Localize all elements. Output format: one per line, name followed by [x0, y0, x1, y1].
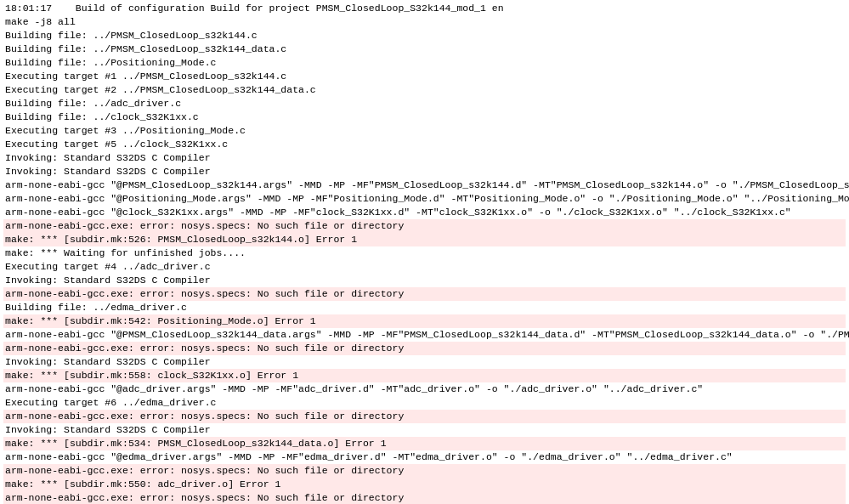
console-line: arm-none-eabi-gcc "@edma_driver.args" -M…: [3, 450, 846, 464]
console-line: Building file: ../clock_S32K1xx.c: [3, 110, 846, 124]
console-line: Invoking: Standard S32DS C Compiler: [3, 423, 846, 437]
console-line: make: *** Waiting for unfinished jobs...…: [3, 246, 846, 260]
console-line: Executing target #3 ../Positioning_Mode.…: [3, 124, 846, 138]
console-line: make: *** [subdir.mk:534: PMSM_ClosedLoo…: [3, 437, 846, 450]
console-line: arm-none-eabi-gcc "@clock_S32K1xx.args" …: [3, 206, 846, 219]
console-line: make: *** [subdir.mk:550: adc_driver.o] …: [3, 478, 846, 491]
console-line: arm-none-eabi-gcc.exe: error: nosys.spec…: [3, 219, 846, 233]
console-line: make: *** [subdir.mk:542: Positioning_Mo…: [3, 314, 846, 328]
console-line: Executing target #4 ../adc_driver.c: [3, 260, 846, 274]
console-line: make: *** [subdir.mk:558: clock_S32K1xx.…: [3, 369, 846, 382]
console-line: Building file: ../edma_driver.c: [3, 301, 846, 314]
console-line: arm-none-eabi-gcc.exe: error: nosys.spec…: [3, 342, 846, 355]
console-line: arm-none-eabi-gcc "@PMSM_ClosedLoop_s32k…: [3, 328, 846, 342]
console-line: Invoking: Standard S32DS C Compiler: [3, 151, 846, 165]
console-line: Executing target #5 ../clock_S32K1xx.c: [3, 138, 846, 151]
console-line: arm-none-eabi-gcc.exe: error: nosys.spec…: [3, 491, 846, 504]
console-line: make -j8 all: [3, 15, 846, 29]
console-line: Executing target #1 ../PMSM_ClosedLoop_s…: [3, 70, 846, 83]
console-line: arm-none-eabi-gcc "@PMSM_ClosedLoop_s32k…: [3, 178, 846, 192]
console-line: arm-none-eabi-gcc "@adc_driver.args" -MM…: [3, 382, 846, 396]
console-line: arm-none-eabi-gcc.exe: error: nosys.spec…: [3, 464, 846, 478]
console-line: arm-none-eabi-gcc "@Positioning_Mode.arg…: [3, 192, 846, 206]
console-line: 18:01:17 Build of configuration Build fo…: [3, 2, 846, 15]
console-line: Building file: ../PMSM_ClosedLoop_s32k14…: [3, 29, 846, 42]
console-line: Building file: ../adc_driver.c: [3, 97, 846, 110]
console-line: Building file: ../Positioning_Mode.c: [3, 56, 846, 70]
console-line: Building file: ../PMSM_ClosedLoop_s32k14…: [3, 42, 846, 56]
console-line: Invoking: Standard S32DS C Compiler: [3, 274, 846, 287]
console-container: 18:01:17 Build of configuration Build fo…: [0, 0, 849, 504]
console-output[interactable]: 18:01:17 Build of configuration Build fo…: [0, 0, 849, 504]
console-line: Invoking: Standard S32DS C Compiler: [3, 355, 846, 369]
console-line: arm-none-eabi-gcc.exe: error: nosys.spec…: [3, 410, 846, 423]
console-line: make: *** [subdir.mk:526: PMSM_ClosedLoo…: [3, 233, 846, 246]
console-line: Executing target #6 ../edma_driver.c: [3, 396, 846, 410]
console-line: arm-none-eabi-gcc.exe: error: nosys.spec…: [3, 287, 846, 301]
console-line: Invoking: Standard S32DS C Compiler: [3, 165, 846, 178]
console-line: Executing target #2 ../PMSM_ClosedLoop_s…: [3, 83, 846, 97]
